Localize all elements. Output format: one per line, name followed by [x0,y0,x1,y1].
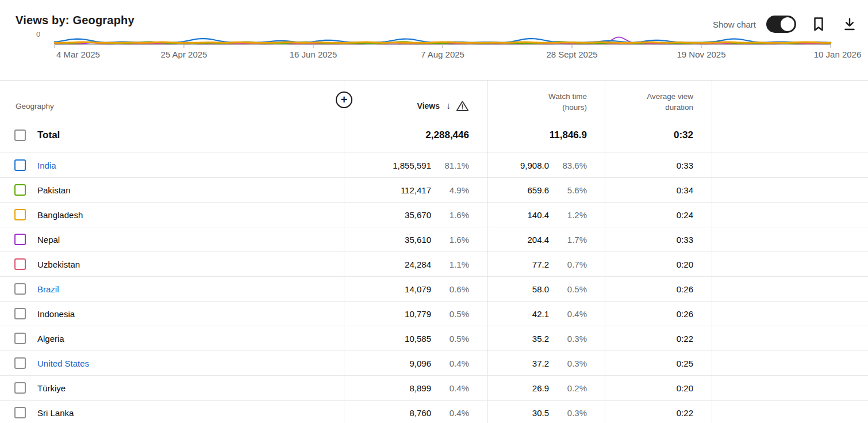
table-row[interactable]: Brazil 14,079 0.6% 58.0 0.5% 0:26 [0,276,868,301]
views-percent: 1.1% [431,260,469,269]
sort-desc-icon: ↓ [446,101,451,110]
bookmark-icon [811,16,826,32]
geography-column-header: Geography [0,102,344,118]
download-button[interactable] [841,16,858,33]
row-checkbox[interactable] [14,407,26,418]
warning-icon[interactable] [456,100,469,112]
avg-duration-value: 0:34 [677,185,693,195]
download-icon [842,17,857,32]
x-axis-tick-label: 28 Sept 2025 [546,49,597,59]
geography-label: Algeria [37,334,64,344]
views-value: 14,079 [405,284,431,294]
views-value: 9,096 [409,359,431,368]
column-divider [344,81,344,423]
views-percent: 0.6% [431,284,469,294]
total-views-value: 2,288,446 [425,129,469,141]
plus-icon: + [341,94,348,105]
watch-time-value: 26.9 [532,383,549,393]
total-checkbox[interactable] [14,129,26,141]
geography-table: Geography Views ↓ Watch time(hours) Aver… [0,80,868,423]
row-checkbox[interactable] [14,357,26,369]
table-row[interactable]: Nepal 35,610 1.6% 204.4 1.7% 0:33 [0,227,868,251]
watch-time-percent: 0.7% [549,260,587,269]
geography-link[interactable]: Brazil [37,284,59,294]
row-checkbox[interactable] [14,333,26,344]
avg-duration-value: 0:22 [677,408,693,418]
views-value: 10,585 [405,334,431,344]
x-axis-tick-label: 10 Jan 2026 [814,49,862,59]
watch-time-value: 659.6 [527,185,549,195]
row-checkbox[interactable] [14,184,26,196]
y-axis-zero-label: 0 [36,32,40,42]
watch-time-value: 35.2 [532,334,549,344]
row-checkbox[interactable] [14,209,26,220]
avg-duration-column-header[interactable]: Average viewduration [605,91,712,118]
row-checkbox[interactable] [14,283,26,295]
avg-duration-value: 0:20 [677,383,693,393]
avg-duration-value: 0:22 [677,334,693,344]
views-percent: 1.6% [431,210,469,220]
column-divider [605,81,605,423]
x-axis-tick-label: 16 Jun 2025 [290,49,337,59]
total-label: Total [37,129,60,141]
total-avg-duration-value: 0:32 [674,129,693,141]
header-controls: Show chart [713,16,858,33]
views-percent: 0.5% [431,309,469,319]
geography-label: Nepal [37,235,60,245]
watch-time-percent: 5.6% [549,185,587,195]
watch-time-value: 204.4 [527,235,549,245]
views-header-label: Views [417,101,440,110]
watch-time-value: 42.1 [532,309,549,319]
avg-duration-value: 0:26 [677,284,693,294]
geography-link[interactable]: United States [37,359,89,368]
x-axis-tick-label: 7 Aug 2025 [421,49,464,59]
add-metric-button[interactable]: + [336,92,352,108]
watch-time-value: 140.4 [527,210,549,220]
avg-duration-value: 0:24 [677,210,693,220]
table-row[interactable]: Türkiye 8,899 0.4% 26.9 0.2% 0:20 [0,375,868,400]
views-percent: 4.9% [431,185,469,195]
views-percent: 1.6% [431,235,469,245]
row-checkbox[interactable] [14,159,26,171]
views-value: 10,779 [405,309,431,319]
geography-line-chart[interactable]: 0 4 Mar 202525 Apr 202516 Jun 20257 Aug … [0,0,868,81]
table-row[interactable]: Pakistan 112,417 4.9% 659.6 5.6% 0:34 [0,177,868,202]
column-divider [712,81,712,423]
table-row[interactable]: Sri Lanka 8,760 0.4% 30.5 0.3% 0:22 [0,400,868,423]
table-row[interactable]: Indonesia 10,779 0.5% 42.1 0.4% 0:26 [0,301,868,326]
watch-time-value: 30.5 [532,408,549,418]
row-checkbox[interactable] [14,234,26,245]
table-row[interactable]: Algeria 10,585 0.5% 35.2 0.3% 0:22 [0,326,868,350]
views-percent: 81.1% [431,161,469,170]
row-checkbox[interactable] [14,258,26,270]
save-report-button[interactable] [810,16,827,33]
views-percent: 0.5% [431,334,469,344]
geography-link[interactable]: India [37,161,56,170]
table-row[interactable]: Bangladesh 35,670 1.6% 140.4 1.2% 0:24 [0,202,868,227]
views-percent: 0.4% [431,408,469,418]
total-row: Total 2,288,446 11,846.9 0:32 [0,118,868,153]
table-row[interactable]: United States 9,096 0.4% 37.2 0.3% 0:25 [0,350,868,375]
geography-label: Sri Lanka [37,408,74,418]
watch-time-value: 9,908.0 [520,161,549,170]
table-row[interactable]: Uzbekistan 24,284 1.1% 77.2 0.7% 0:20 [0,251,868,276]
watch-time-percent: 0.3% [549,334,587,344]
toggle-knob [781,17,794,31]
table-row[interactable]: India 1,855,591 81.1% 9,908.0 83.6% 0:33 [0,153,868,177]
views-column-header[interactable]: Views ↓ [344,100,487,118]
row-checkbox[interactable] [14,308,26,319]
watch-time-value: 37.2 [532,359,549,368]
watch-time-percent: 0.3% [549,408,587,418]
views-value: 35,670 [405,210,431,220]
watch-time-percent: 1.2% [549,210,587,220]
views-percent: 0.4% [431,383,469,393]
geography-label: Indonesia [37,309,75,319]
watch-time-percent: 0.5% [549,284,587,294]
watch-time-column-header[interactable]: Watch time(hours) [487,91,605,118]
show-chart-toggle[interactable] [766,16,796,33]
avg-duration-value: 0:20 [677,260,693,269]
row-checkbox[interactable] [14,382,26,394]
x-axis-tick-label: 19 Nov 2025 [677,49,725,59]
watch-time-value: 58.0 [532,284,549,294]
chart-line-bangladesh [55,42,831,43]
